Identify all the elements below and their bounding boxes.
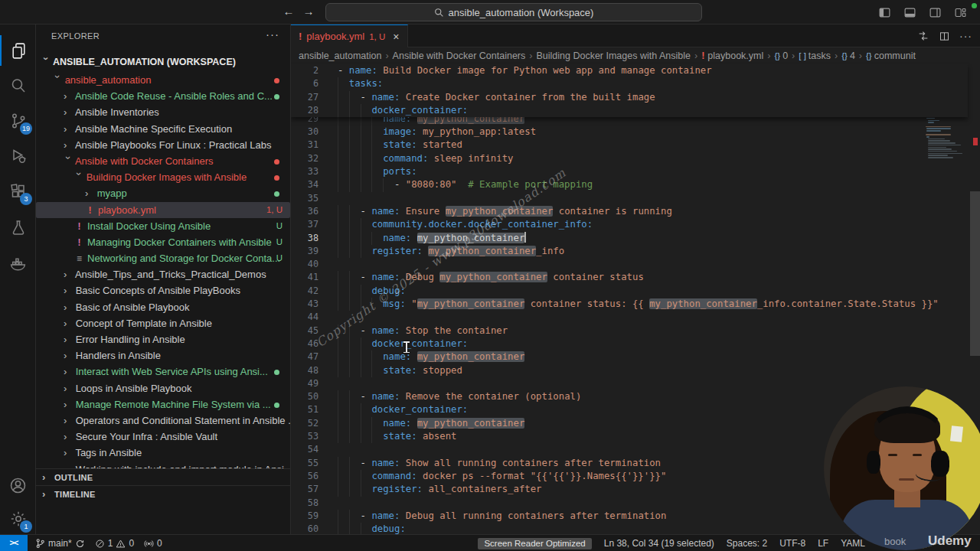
tree-item[interactable]: › Operators and Conditional Statement in…	[36, 412, 290, 429]
code-line[interactable]: 30image: my_python_app:latest	[291, 126, 968, 139]
code-line[interactable]: 2- name: Build Docker image for Python w…	[291, 64, 968, 77]
code-line[interactable]: 33ports:	[291, 165, 968, 178]
tree-item[interactable]: › Interact with Web Service APIs using A…	[36, 364, 290, 380]
tree-item[interactable]: › ansible_automation	[36, 72, 290, 88]
git-branch-status[interactable]: main*	[35, 538, 85, 549]
breadcrumb-item[interactable]: communit	[874, 51, 916, 61]
more-actions-icon[interactable]: ···	[959, 30, 972, 42]
explorer-icon[interactable]	[0, 35, 36, 66]
indentation[interactable]: Spaces: 2	[727, 538, 767, 549]
code-line[interactable]: 40	[291, 258, 968, 271]
tree-item[interactable]: ≡Networking and Storage for Docker Conta…	[36, 250, 290, 266]
code-line[interactable]: 46docker_container:	[291, 337, 968, 350]
tree-item[interactable]: › Concept of Template in Ansible	[36, 315, 290, 331]
accounts-icon[interactable]	[0, 470, 36, 500]
code-line[interactable]: 45- name: Stop the container	[291, 324, 968, 337]
tree-item[interactable]: › Handlers in Ansible	[36, 347, 290, 364]
tree-item[interactable]: › Ansible Code Reuse - Ansible Roles and…	[36, 88, 290, 104]
code-line[interactable]: 29name: my_python_container	[291, 117, 968, 126]
code-line[interactable]: 28docker_container:	[291, 104, 968, 117]
breadcrumb-item[interactable]: tasks	[808, 51, 831, 61]
settings-gear-icon[interactable]: 1	[0, 504, 36, 534]
scrollbar-thumb[interactable]	[970, 191, 980, 356]
tree-item[interactable]: !Managing Docker Containers with Ansible…	[36, 234, 290, 250]
explorer-more-actions-icon[interactable]: ···	[266, 28, 279, 41]
tree-item-label: Interact with Web Service APIs using Ans…	[76, 366, 268, 377]
search-sidebar-icon[interactable]	[0, 70, 36, 101]
toggle-panel-icon[interactable]	[900, 3, 919, 21]
tree-item[interactable]: › Basic of Ansible Playbook	[36, 299, 290, 315]
code-line[interactable]: 35	[291, 192, 968, 205]
breadcrumb[interactable]: ansible_automation›Ansible with Docker C…	[299, 47, 965, 64]
tree-item[interactable]: › Building Docker Images with Ansible	[36, 169, 290, 185]
customize-layout-icon[interactable]	[951, 3, 969, 21]
code-line[interactable]: 36- name: Ensure my_python_container con…	[291, 205, 968, 218]
nav-forward-icon[interactable]: →	[300, 5, 317, 18]
workspace-root[interactable]: ›ANSIBLE_AUTOMATION (WORKSPACE)	[36, 54, 290, 70]
nav-back-icon[interactable]: ←	[280, 5, 297, 18]
toggle-sidebar-icon[interactable]	[875, 3, 893, 21]
remote-indicator[interactable]: ><	[0, 535, 28, 551]
code-line[interactable]: 34- "8080:80" # Example port mapping	[291, 178, 968, 191]
toggle-secondary-sidebar-icon[interactable]	[926, 3, 944, 21]
outline-section[interactable]: ›OUTLINE	[36, 468, 290, 485]
tree-item[interactable]: › Secure Your Infra : Ansible Vault	[36, 429, 290, 445]
open-changes-icon[interactable]	[917, 30, 929, 42]
code-line[interactable]: 43msg: "my_python_container container st…	[291, 298, 968, 311]
tree-item[interactable]: › Ansible Inventories	[36, 104, 290, 120]
tree-item[interactable]: › Manage Remote Machine File System via …	[36, 396, 290, 412]
code-line[interactable]: 42debug:	[291, 285, 968, 298]
code-line[interactable]: 47name: my_python_container	[291, 350, 968, 364]
breadcrumb-item[interactable]: ansible_automation	[299, 51, 381, 61]
tree-item[interactable]: !playbook.yml1, U	[36, 202, 290, 218]
tree-item[interactable]: › Tags in Ansible	[36, 445, 290, 461]
run-debug-icon[interactable]	[0, 141, 36, 171]
code-line[interactable]: 31state: started	[291, 139, 968, 152]
error-icon: !	[701, 51, 704, 61]
tree-item[interactable]: › Ansible_Tips_and_Tricks_Practical_Demo…	[36, 266, 290, 282]
tab-playbook-yml[interactable]: ! playbook.yml 1, U ×	[291, 24, 408, 47]
code-line[interactable]: 38name: my_python_container	[291, 232, 968, 245]
code-line[interactable]: 39register: my_python_container_info	[291, 245, 968, 258]
tree-item[interactable]: › Ansible with Docker Containers	[36, 153, 290, 169]
cursor-position[interactable]: Ln 38, Col 34 (19 selected)	[604, 538, 714, 549]
tree-item[interactable]: › myapp	[36, 185, 290, 201]
breadcrumb-item[interactable]: Ansible with Docker Containers	[393, 51, 526, 61]
breadcrumb-item[interactable]: Building Docker Images with Ansible	[536, 51, 691, 61]
timeline-section[interactable]: ›TIMELINE	[36, 485, 290, 502]
chevron-down-icon: ›	[38, 57, 54, 66]
code-line[interactable]: 48state: stopped	[291, 364, 968, 377]
tree-item[interactable]: › Ansible Playbooks For Linux : Practica…	[36, 137, 290, 153]
breadcrumb-item[interactable]: 4	[850, 51, 855, 61]
sticky-scroll: 2- name: Build Docker image for Python w…	[291, 64, 968, 117]
tree-item[interactable]: › Basic Concepts of Ansible PlayBooks	[36, 282, 290, 298]
breadcrumb-item[interactable]: 0	[782, 51, 788, 61]
line-number: 2	[291, 64, 318, 77]
tree-item[interactable]: › Error Handling in Ansible	[36, 331, 290, 347]
tree-item[interactable]: › Ansible Machine Specific Execution	[36, 121, 290, 137]
code-line[interactable]: 41- name: Debug my_python_container cont…	[291, 271, 968, 284]
screen-reader-chip[interactable]: Screen Reader Optimized	[478, 538, 591, 549]
split-editor-icon[interactable]	[939, 31, 950, 42]
code-line[interactable]: 44	[291, 311, 968, 324]
tree-item[interactable]: › Loops in Ansible Playbook	[36, 380, 290, 396]
encoding[interactable]: UTF-8	[779, 538, 805, 549]
tree-item[interactable]: !Install Docker Using AnsibleU	[36, 218, 290, 234]
language-mode[interactable]: YAML	[841, 538, 865, 549]
breadcrumb-item[interactable]: playbook.yml	[707, 51, 763, 61]
docker-icon[interactable]	[0, 248, 36, 279]
mouse-ibeam-cursor	[403, 341, 410, 354]
source-control-icon[interactable]: 19	[0, 106, 36, 136]
command-center-search[interactable]: ansible_automation (Workspace)	[325, 3, 702, 21]
problems-status[interactable]: 1 0	[95, 538, 134, 549]
code-line[interactable]: 27- name: Create Docker container from t…	[291, 91, 968, 104]
broadcast-status[interactable]: 0	[144, 538, 162, 549]
close-icon[interactable]: ×	[393, 31, 399, 43]
code-line[interactable]: 6tasks:	[291, 77, 968, 90]
eol[interactable]: LF	[818, 538, 828, 549]
code-line[interactable]: 32command: sleep infinity	[291, 152, 968, 165]
code-line[interactable]: 37community.docker.docker_container_info…	[291, 218, 968, 231]
extensions-icon[interactable]: 3	[0, 176, 36, 207]
testing-icon[interactable]	[0, 213, 36, 243]
code-line[interactable]: 49	[291, 377, 968, 390]
